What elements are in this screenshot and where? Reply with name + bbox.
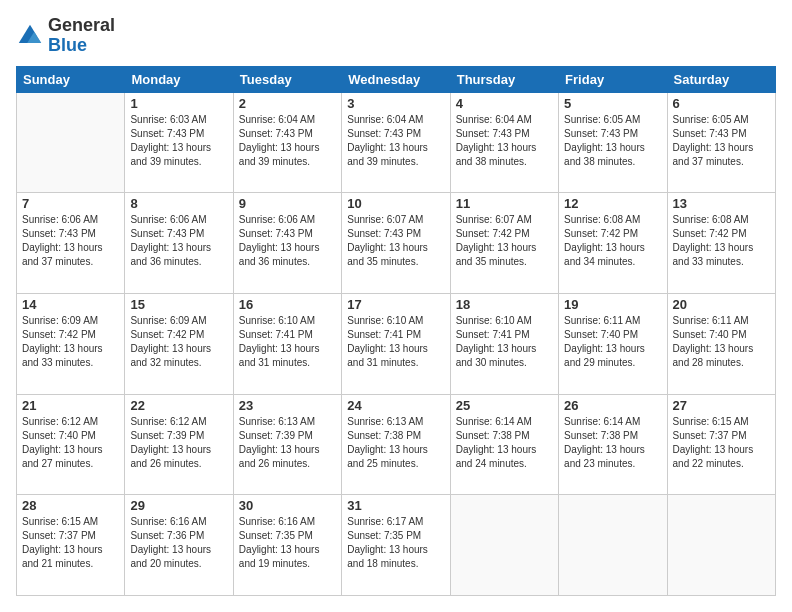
day-info: Sunrise: 6:03 AM Sunset: 7:43 PM Dayligh… — [130, 113, 227, 169]
day-number: 31 — [347, 498, 444, 513]
day-number: 5 — [564, 96, 661, 111]
calendar-cell: 26Sunrise: 6:14 AM Sunset: 7:38 PM Dayli… — [559, 394, 667, 495]
day-info: Sunrise: 6:11 AM Sunset: 7:40 PM Dayligh… — [564, 314, 661, 370]
calendar-cell: 11Sunrise: 6:07 AM Sunset: 7:42 PM Dayli… — [450, 193, 558, 294]
day-number: 30 — [239, 498, 336, 513]
weekday-header-monday: Monday — [125, 66, 233, 92]
day-number: 3 — [347, 96, 444, 111]
calendar-week-2: 7Sunrise: 6:06 AM Sunset: 7:43 PM Daylig… — [17, 193, 776, 294]
day-info: Sunrise: 6:06 AM Sunset: 7:43 PM Dayligh… — [130, 213, 227, 269]
day-info: Sunrise: 6:16 AM Sunset: 7:35 PM Dayligh… — [239, 515, 336, 571]
weekday-header-wednesday: Wednesday — [342, 66, 450, 92]
day-info: Sunrise: 6:13 AM Sunset: 7:39 PM Dayligh… — [239, 415, 336, 471]
day-info: Sunrise: 6:08 AM Sunset: 7:42 PM Dayligh… — [673, 213, 770, 269]
calendar-cell: 27Sunrise: 6:15 AM Sunset: 7:37 PM Dayli… — [667, 394, 775, 495]
day-number: 23 — [239, 398, 336, 413]
day-info: Sunrise: 6:08 AM Sunset: 7:42 PM Dayligh… — [564, 213, 661, 269]
day-info: Sunrise: 6:17 AM Sunset: 7:35 PM Dayligh… — [347, 515, 444, 571]
calendar-cell: 16Sunrise: 6:10 AM Sunset: 7:41 PM Dayli… — [233, 293, 341, 394]
day-number: 9 — [239, 196, 336, 211]
day-number: 16 — [239, 297, 336, 312]
day-number: 2 — [239, 96, 336, 111]
calendar-week-3: 14Sunrise: 6:09 AM Sunset: 7:42 PM Dayli… — [17, 293, 776, 394]
day-info: Sunrise: 6:09 AM Sunset: 7:42 PM Dayligh… — [130, 314, 227, 370]
calendar-cell: 10Sunrise: 6:07 AM Sunset: 7:43 PM Dayli… — [342, 193, 450, 294]
calendar-cell — [450, 495, 558, 596]
day-number: 18 — [456, 297, 553, 312]
logo: General Blue — [16, 16, 115, 56]
day-info: Sunrise: 6:09 AM Sunset: 7:42 PM Dayligh… — [22, 314, 119, 370]
day-info: Sunrise: 6:12 AM Sunset: 7:40 PM Dayligh… — [22, 415, 119, 471]
calendar-cell: 13Sunrise: 6:08 AM Sunset: 7:42 PM Dayli… — [667, 193, 775, 294]
calendar-table: SundayMondayTuesdayWednesdayThursdayFrid… — [16, 66, 776, 596]
day-number: 24 — [347, 398, 444, 413]
calendar-cell: 22Sunrise: 6:12 AM Sunset: 7:39 PM Dayli… — [125, 394, 233, 495]
calendar-cell: 31Sunrise: 6:17 AM Sunset: 7:35 PM Dayli… — [342, 495, 450, 596]
day-number: 26 — [564, 398, 661, 413]
header: General Blue — [16, 16, 776, 56]
logo-text: General Blue — [48, 16, 115, 56]
calendar-cell: 1Sunrise: 6:03 AM Sunset: 7:43 PM Daylig… — [125, 92, 233, 193]
calendar-cell: 17Sunrise: 6:10 AM Sunset: 7:41 PM Dayli… — [342, 293, 450, 394]
weekday-header-sunday: Sunday — [17, 66, 125, 92]
calendar-cell: 24Sunrise: 6:13 AM Sunset: 7:38 PM Dayli… — [342, 394, 450, 495]
weekday-header-row: SundayMondayTuesdayWednesdayThursdayFrid… — [17, 66, 776, 92]
day-info: Sunrise: 6:12 AM Sunset: 7:39 PM Dayligh… — [130, 415, 227, 471]
day-number: 21 — [22, 398, 119, 413]
day-number: 6 — [673, 96, 770, 111]
calendar-cell: 28Sunrise: 6:15 AM Sunset: 7:37 PM Dayli… — [17, 495, 125, 596]
day-info: Sunrise: 6:14 AM Sunset: 7:38 PM Dayligh… — [564, 415, 661, 471]
calendar-cell — [559, 495, 667, 596]
day-info: Sunrise: 6:14 AM Sunset: 7:38 PM Dayligh… — [456, 415, 553, 471]
day-number: 15 — [130, 297, 227, 312]
day-number: 1 — [130, 96, 227, 111]
day-info: Sunrise: 6:15 AM Sunset: 7:37 PM Dayligh… — [673, 415, 770, 471]
calendar-cell: 25Sunrise: 6:14 AM Sunset: 7:38 PM Dayli… — [450, 394, 558, 495]
day-number: 7 — [22, 196, 119, 211]
day-number: 8 — [130, 196, 227, 211]
page: General Blue SundayMondayTuesdayWednesda… — [0, 0, 792, 612]
day-info: Sunrise: 6:04 AM Sunset: 7:43 PM Dayligh… — [456, 113, 553, 169]
day-info: Sunrise: 6:10 AM Sunset: 7:41 PM Dayligh… — [347, 314, 444, 370]
calendar-cell: 2Sunrise: 6:04 AM Sunset: 7:43 PM Daylig… — [233, 92, 341, 193]
day-info: Sunrise: 6:06 AM Sunset: 7:43 PM Dayligh… — [239, 213, 336, 269]
calendar-header: SundayMondayTuesdayWednesdayThursdayFrid… — [17, 66, 776, 92]
calendar-cell — [17, 92, 125, 193]
day-info: Sunrise: 6:10 AM Sunset: 7:41 PM Dayligh… — [239, 314, 336, 370]
calendar-cell: 4Sunrise: 6:04 AM Sunset: 7:43 PM Daylig… — [450, 92, 558, 193]
day-info: Sunrise: 6:13 AM Sunset: 7:38 PM Dayligh… — [347, 415, 444, 471]
day-number: 19 — [564, 297, 661, 312]
weekday-header-saturday: Saturday — [667, 66, 775, 92]
day-number: 29 — [130, 498, 227, 513]
calendar-cell: 20Sunrise: 6:11 AM Sunset: 7:40 PM Dayli… — [667, 293, 775, 394]
calendar-week-4: 21Sunrise: 6:12 AM Sunset: 7:40 PM Dayli… — [17, 394, 776, 495]
calendar-cell: 5Sunrise: 6:05 AM Sunset: 7:43 PM Daylig… — [559, 92, 667, 193]
calendar-cell: 8Sunrise: 6:06 AM Sunset: 7:43 PM Daylig… — [125, 193, 233, 294]
calendar-cell — [667, 495, 775, 596]
day-info: Sunrise: 6:10 AM Sunset: 7:41 PM Dayligh… — [456, 314, 553, 370]
day-info: Sunrise: 6:06 AM Sunset: 7:43 PM Dayligh… — [22, 213, 119, 269]
day-number: 27 — [673, 398, 770, 413]
day-info: Sunrise: 6:07 AM Sunset: 7:42 PM Dayligh… — [456, 213, 553, 269]
calendar-body: 1Sunrise: 6:03 AM Sunset: 7:43 PM Daylig… — [17, 92, 776, 595]
calendar-cell: 14Sunrise: 6:09 AM Sunset: 7:42 PM Dayli… — [17, 293, 125, 394]
logo-icon — [16, 22, 44, 50]
weekday-header-friday: Friday — [559, 66, 667, 92]
day-number: 14 — [22, 297, 119, 312]
calendar-cell: 15Sunrise: 6:09 AM Sunset: 7:42 PM Dayli… — [125, 293, 233, 394]
calendar-week-5: 28Sunrise: 6:15 AM Sunset: 7:37 PM Dayli… — [17, 495, 776, 596]
day-info: Sunrise: 6:07 AM Sunset: 7:43 PM Dayligh… — [347, 213, 444, 269]
day-number: 4 — [456, 96, 553, 111]
weekday-header-thursday: Thursday — [450, 66, 558, 92]
calendar-cell: 19Sunrise: 6:11 AM Sunset: 7:40 PM Dayli… — [559, 293, 667, 394]
day-number: 10 — [347, 196, 444, 211]
calendar-week-1: 1Sunrise: 6:03 AM Sunset: 7:43 PM Daylig… — [17, 92, 776, 193]
day-number: 20 — [673, 297, 770, 312]
day-info: Sunrise: 6:04 AM Sunset: 7:43 PM Dayligh… — [347, 113, 444, 169]
day-info: Sunrise: 6:04 AM Sunset: 7:43 PM Dayligh… — [239, 113, 336, 169]
day-number: 28 — [22, 498, 119, 513]
day-number: 12 — [564, 196, 661, 211]
calendar-cell: 18Sunrise: 6:10 AM Sunset: 7:41 PM Dayli… — [450, 293, 558, 394]
calendar-cell: 7Sunrise: 6:06 AM Sunset: 7:43 PM Daylig… — [17, 193, 125, 294]
calendar-cell: 3Sunrise: 6:04 AM Sunset: 7:43 PM Daylig… — [342, 92, 450, 193]
